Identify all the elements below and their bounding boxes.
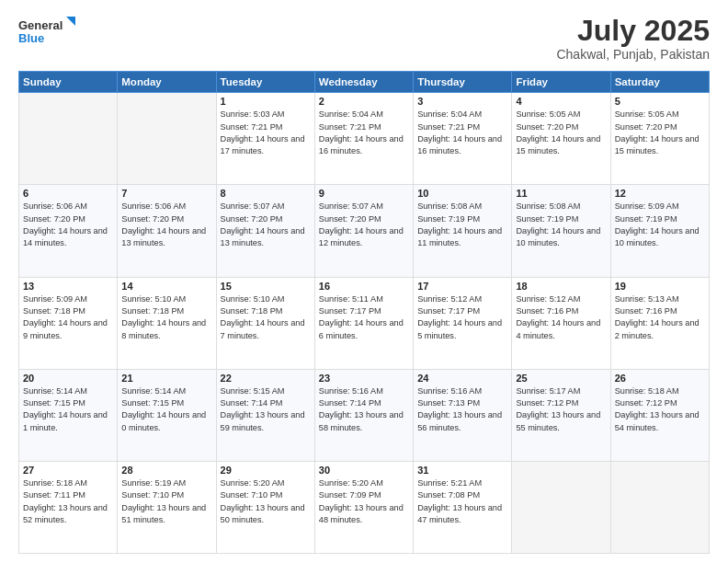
table-row: 23 Sunrise: 5:16 AM Sunset: 7:14 PM Dayl… (314, 369, 413, 461)
sunrise: Sunrise: 5:07 AM (221, 201, 285, 211)
table-row: 19 Sunrise: 5:13 AM Sunset: 7:16 PM Dayl… (610, 277, 709, 369)
sunrise: Sunrise: 5:08 AM (417, 201, 482, 211)
sun-info: Sunrise: 5:10 AM Sunset: 7:18 PM Dayligh… (121, 293, 211, 342)
table-row (118, 93, 216, 185)
calendar-page: General Blue July 2025 Chakwal, Punjab, … (0, 0, 728, 563)
daylight: Daylight: 14 hours and 16 minutes. (319, 134, 404, 155)
logo-svg: General Blue (18, 15, 83, 52)
sunset: Sunset: 7:12 PM (516, 398, 578, 408)
sunset: Sunset: 7:10 PM (221, 490, 283, 500)
table-row: 21 Sunrise: 5:14 AM Sunset: 7:15 PM Dayl… (118, 369, 216, 461)
daylight: Daylight: 14 hours and 15 minutes. (615, 134, 700, 155)
table-row: 12 Sunrise: 5:09 AM Sunset: 7:19 PM Dayl… (610, 185, 709, 277)
sun-info: Sunrise: 5:05 AM Sunset: 7:20 PM Dayligh… (615, 109, 705, 157)
sunset: Sunset: 7:08 PM (417, 490, 480, 500)
sunrise: Sunrise: 5:18 AM (615, 386, 679, 396)
sun-info: Sunrise: 5:15 AM Sunset: 7:14 PM Dayligh… (221, 385, 311, 434)
sunrise: Sunrise: 5:04 AM (319, 109, 383, 119)
day-number: 2 (319, 96, 409, 107)
sunset: Sunset: 7:11 PM (23, 490, 85, 500)
daylight: Daylight: 13 hours and 54 minutes. (615, 410, 700, 431)
day-number: 1 (221, 96, 311, 107)
svg-marker-2 (66, 17, 75, 26)
daylight: Daylight: 14 hours and 10 minutes. (516, 226, 600, 247)
daylight: Daylight: 14 hours and 2 minutes. (615, 318, 700, 339)
calendar-week-row: 20 Sunrise: 5:14 AM Sunset: 7:15 PM Dayl… (19, 369, 710, 461)
sun-info: Sunrise: 5:05 AM Sunset: 7:20 PM Dayligh… (516, 109, 606, 157)
daylight: Daylight: 14 hours and 14 minutes. (23, 226, 108, 247)
sunset: Sunset: 7:20 PM (516, 122, 578, 132)
daylight: Daylight: 13 hours and 52 minutes. (23, 503, 108, 524)
sunset: Sunset: 7:20 PM (121, 214, 184, 224)
table-row: 17 Sunrise: 5:12 AM Sunset: 7:17 PM Dayl… (414, 277, 512, 369)
day-number: 26 (615, 373, 705, 384)
sunset: Sunset: 7:20 PM (615, 122, 677, 132)
sunrise: Sunrise: 5:12 AM (516, 294, 580, 304)
sunrise: Sunrise: 5:20 AM (319, 478, 383, 488)
day-number: 4 (516, 96, 606, 107)
table-row: 4 Sunrise: 5:05 AM Sunset: 7:20 PM Dayli… (512, 93, 610, 185)
sunset: Sunset: 7:21 PM (319, 122, 381, 132)
sunrise: Sunrise: 5:08 AM (516, 201, 580, 211)
table-row: 8 Sunrise: 5:07 AM Sunset: 7:20 PM Dayli… (216, 185, 314, 277)
sunrise: Sunrise: 5:09 AM (615, 201, 679, 211)
day-number: 10 (417, 188, 507, 199)
sunset: Sunset: 7:20 PM (23, 214, 85, 224)
sunset: Sunset: 7:16 PM (516, 306, 578, 316)
day-number: 20 (23, 373, 113, 384)
sun-info: Sunrise: 5:06 AM Sunset: 7:20 PM Dayligh… (121, 201, 211, 249)
sun-info: Sunrise: 5:19 AM Sunset: 7:10 PM Dayligh… (121, 477, 211, 526)
sunset: Sunset: 7:13 PM (417, 398, 480, 408)
sunrise: Sunrise: 5:13 AM (615, 294, 679, 304)
day-number: 16 (319, 281, 409, 292)
day-number: 31 (417, 465, 507, 476)
daylight: Daylight: 14 hours and 1 minute. (23, 410, 108, 431)
table-row: 13 Sunrise: 5:09 AM Sunset: 7:18 PM Dayl… (19, 277, 118, 369)
table-row: 29 Sunrise: 5:20 AM Sunset: 7:10 PM Dayl… (216, 461, 314, 553)
day-number: 11 (516, 188, 606, 199)
sun-info: Sunrise: 5:03 AM Sunset: 7:21 PM Dayligh… (221, 109, 311, 157)
sunrise: Sunrise: 5:19 AM (121, 478, 186, 488)
daylight: Daylight: 14 hours and 11 minutes. (417, 226, 502, 247)
calendar-table: Sunday Monday Tuesday Wednesday Thursday… (18, 71, 710, 554)
table-row: 30 Sunrise: 5:20 AM Sunset: 7:09 PM Dayl… (314, 461, 413, 553)
table-row: 5 Sunrise: 5:05 AM Sunset: 7:20 PM Dayli… (610, 93, 709, 185)
table-row: 14 Sunrise: 5:10 AM Sunset: 7:18 PM Dayl… (118, 277, 216, 369)
sun-info: Sunrise: 5:12 AM Sunset: 7:17 PM Dayligh… (417, 293, 507, 342)
daylight: Daylight: 14 hours and 13 minutes. (221, 226, 305, 247)
sun-info: Sunrise: 5:08 AM Sunset: 7:19 PM Dayligh… (417, 201, 507, 249)
daylight: Daylight: 13 hours and 50 minutes. (221, 503, 305, 524)
sunrise: Sunrise: 5:20 AM (221, 478, 285, 488)
sunset: Sunset: 7:10 PM (121, 490, 184, 500)
sunrise: Sunrise: 5:21 AM (417, 478, 482, 488)
sunrise: Sunrise: 5:07 AM (319, 201, 383, 211)
day-number: 27 (23, 465, 113, 476)
sunrise: Sunrise: 5:12 AM (417, 294, 482, 304)
table-row: 7 Sunrise: 5:06 AM Sunset: 7:20 PM Dayli… (118, 185, 216, 277)
sun-info: Sunrise: 5:18 AM Sunset: 7:12 PM Dayligh… (615, 385, 705, 434)
sunrise: Sunrise: 5:10 AM (121, 294, 186, 304)
sunset: Sunset: 7:20 PM (319, 214, 381, 224)
sunset: Sunset: 7:17 PM (319, 306, 381, 316)
sunset: Sunset: 7:14 PM (319, 398, 381, 408)
day-number: 22 (221, 373, 311, 384)
daylight: Daylight: 14 hours and 8 minutes. (121, 318, 206, 339)
sunrise: Sunrise: 5:05 AM (615, 109, 679, 119)
sun-info: Sunrise: 5:04 AM Sunset: 7:21 PM Dayligh… (319, 109, 409, 157)
table-row: 11 Sunrise: 5:08 AM Sunset: 7:19 PM Dayl… (512, 185, 610, 277)
col-wednesday: Wednesday (314, 72, 413, 93)
daylight: Daylight: 14 hours and 4 minutes. (516, 318, 600, 339)
daylight: Daylight: 14 hours and 10 minutes. (615, 226, 700, 247)
calendar-week-row: 27 Sunrise: 5:18 AM Sunset: 7:11 PM Dayl… (19, 461, 710, 553)
svg-text:General: General (18, 18, 63, 32)
sun-info: Sunrise: 5:10 AM Sunset: 7:18 PM Dayligh… (221, 293, 311, 342)
sunrise: Sunrise: 5:16 AM (417, 386, 482, 396)
col-monday: Monday (118, 72, 216, 93)
day-number: 3 (417, 96, 507, 107)
daylight: Daylight: 14 hours and 16 minutes. (417, 134, 502, 155)
sunset: Sunset: 7:12 PM (615, 398, 677, 408)
table-row: 24 Sunrise: 5:16 AM Sunset: 7:13 PM Dayl… (414, 369, 512, 461)
day-number: 23 (319, 373, 409, 384)
sunrise: Sunrise: 5:15 AM (221, 386, 285, 396)
daylight: Daylight: 14 hours and 6 minutes. (319, 318, 404, 339)
